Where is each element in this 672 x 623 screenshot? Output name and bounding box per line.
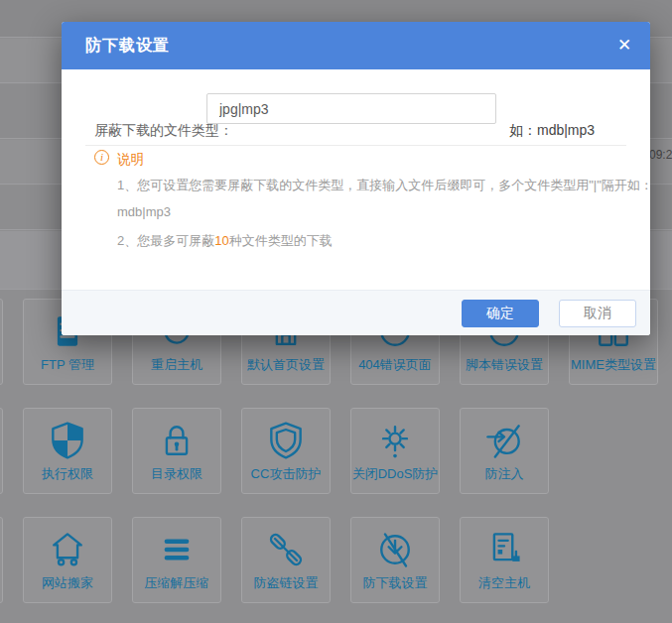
feature-card-label: 关闭DDoS防护 [352,465,439,483]
cancel-button[interactable]: 取消 [559,300,636,327]
feature-card[interactable]: 防注入 [460,408,549,494]
feature-card-label: 重启主机 [151,356,202,374]
feature-card[interactable]: 清空主机 [460,517,549,603]
feature-card-label: 防盗链设置 [254,574,319,592]
anti-inject-icon [482,418,526,463]
info-icon: i [94,150,109,165]
feature-card-label: 目录权限 [151,465,202,483]
section-divider [85,145,626,146]
feature-card-label: 防下载设置 [363,574,428,592]
notice-heading: 说明 [117,151,144,169]
feature-card-label: 防注入 [485,465,524,483]
ddos-gear-icon [373,418,417,463]
confirm-button[interactable]: 确定 [462,300,539,327]
cc-shield-icon [264,418,308,463]
feature-card[interactable]: 关闭DDoS防护 [350,408,440,494]
feature-card-label: FTP 管理 [41,356,94,374]
feature-card-label: 清空主机 [478,574,530,592]
feature-card[interactable]: 网站搬家 [23,517,112,603]
feature-card[interactable]: 防下载设置 [350,517,440,603]
anti-download-settings-dialog: 防下载设置 ✕ 屏蔽下载的文件类型： 如：mdb|mp3 i 说明 1、您可设置… [62,22,650,335]
directory-lock-icon [155,418,199,463]
anti-download-icon [373,527,417,572]
notice-line-1: 1、您可设置您需要屏蔽下载的文件类型，直接输入文件后缀即可，多个文件类型用"|"… [117,177,653,194]
feature-card-partial [0,299,3,385]
close-icon[interactable]: ✕ [612,34,636,58]
dialog-title: 防下载设置 [62,36,170,57]
feature-card[interactable]: 目录权限 [132,408,221,494]
clear-host-icon [482,527,526,572]
feature-card-label: 执行权限 [42,465,93,483]
feature-card-label: 网站搬家 [42,574,93,592]
anti-hotlink-icon [264,527,308,572]
feature-card[interactable]: 执行权限 [23,408,112,494]
dialog-header: 防下载设置 ✕ [62,22,650,69]
feature-card[interactable]: 压缩解压缩 [132,517,221,603]
blocked-file-types-label: 屏蔽下载的文件类型： [94,122,233,140]
feature-card-partial [0,408,3,494]
notice-line-3-suffix: 种文件类型的下载 [229,233,333,248]
feature-card-label: CC攻击防护 [251,465,322,483]
notice-line-2: mdb|mp3 [117,204,171,219]
dialog-footer: 确定 取消 [62,290,650,335]
feature-card[interactable]: 防盗链设置 [241,517,331,603]
feature-grid-row: 执行权限目录权限CC攻击防护关闭DDoS防护防注入 [0,408,549,494]
feature-card-label: 脚本错误设置 [466,356,543,374]
notice-line-3: 2、您最多可屏蔽10种文件类型的下载 [117,232,333,250]
site-move-icon [46,527,89,572]
timestamp-fragment: 09:2 [649,148,672,162]
feature-card[interactable]: CC攻击防护 [241,408,331,494]
feature-grid-row: 网站搬家压缩解压缩防盗链设置防下载设置清空主机 [0,517,549,603]
notice-line-3-prefix: 2、您最多可屏蔽 [117,233,214,248]
exec-permission-shield-icon [46,418,89,463]
compress-icon [155,527,199,572]
blocked-file-types-input[interactable] [206,93,496,124]
feature-card-label: 404错误页面 [358,356,432,374]
feature-card-label: 默认首页设置 [247,356,325,374]
feature-card-partial [0,517,3,603]
feature-card-label: MIME类型设置 [571,356,656,374]
notice-line-3-limit: 10 [214,233,228,248]
input-example-hint: 如：mdb|mp3 [509,122,595,140]
feature-card-label: 压缩解压缩 [145,574,209,592]
